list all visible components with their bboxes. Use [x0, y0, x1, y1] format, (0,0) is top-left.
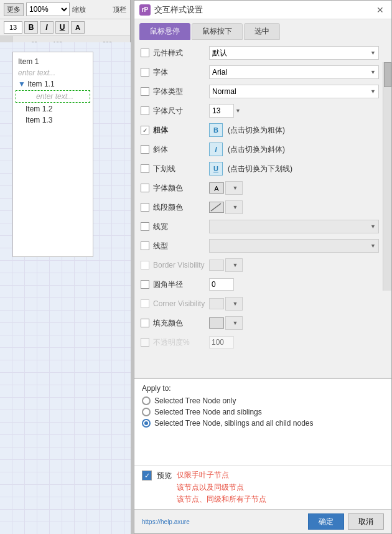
dialog-content: 元件样式 默认 ▼ 字体 Arial ▼	[134, 40, 391, 378]
label-corner-radius: 圆角半径	[153, 279, 209, 290]
tree-item-item1-1[interactable]: ▼ Item 1.1	[13, 78, 93, 90]
preview-checkbox[interactable]: ✓	[142, 471, 152, 480]
select-font-type[interactable]: Normal ▼	[209, 85, 379, 98]
border-visibility-select[interactable]: ▼	[225, 258, 243, 272]
checkbox-opacity[interactable]	[141, 338, 149, 347]
zoom-select[interactable]: 100%	[26, 2, 70, 16]
value-line-color: ▼	[209, 200, 379, 214]
italic-click-text: (点击切换为斜体)	[228, 144, 285, 155]
checkbox-border-visibility[interactable]	[141, 261, 149, 269]
corner-radius-input[interactable]	[209, 278, 234, 291]
underline-click-text: (点击切换为下划线)	[228, 164, 292, 174]
preview-label: 预览	[157, 471, 172, 481]
chevron-down-icon: ▼	[233, 204, 238, 210]
close-button[interactable]: ✕	[374, 4, 386, 16]
value-border-visibility: ▼	[209, 258, 379, 272]
ok-button[interactable]: 确定	[308, 513, 344, 530]
value-font-family: Arial ▼	[209, 65, 379, 79]
prop-border-visibility: Border Visibility ▼	[141, 257, 379, 273]
url-text: https://help.axure	[142, 518, 304, 525]
checkbox-bold[interactable]	[141, 126, 149, 134]
opacity-input[interactable]	[209, 336, 234, 349]
font-size-input[interactable]	[4, 21, 22, 34]
label-italic: 斜体	[153, 144, 209, 155]
checkbox-font-type[interactable]	[141, 87, 149, 96]
tab-hover[interactable]: 鼠标悬停	[139, 23, 190, 40]
prop-line-style: 线型 ▼	[141, 238, 379, 254]
tree-item-item1[interactable]: Item 1	[13, 52, 93, 67]
label-opacity: 不透明度%	[153, 337, 209, 348]
dialog: rP 交互样式设置 ✕ 鼠标悬停 鼠标按下 选中 元件样式 默认 ▼	[134, 0, 392, 534]
tree-item-item1-3[interactable]: Item 1.3	[13, 115, 93, 126]
format-row: B I U A	[0, 19, 130, 36]
checkbox-line-width[interactable]	[141, 222, 149, 231]
tree-item-item1-2[interactable]: Item 1.2	[13, 103, 93, 115]
label-element-style: 元件样式	[153, 48, 209, 59]
checkbox-underline[interactable]	[141, 164, 149, 173]
cancel-button[interactable]: 取消	[348, 513, 384, 530]
select-font-family[interactable]: Arial ▼	[209, 65, 379, 79]
bottom-bar: https://help.axure 确定 取消	[134, 509, 391, 533]
chevron-down-icon: ▼	[370, 88, 376, 95]
italic-toggle-button[interactable]: I	[209, 143, 223, 156]
checkbox-font-color[interactable]	[141, 184, 149, 192]
label-fill-color: 填充颜色	[153, 318, 209, 329]
chevron-down-icon: ▼	[370, 50, 376, 56]
value-element-style: 默认 ▼	[209, 46, 379, 60]
line-color-select[interactable]: ▼	[225, 200, 243, 214]
prop-font-type: 字体类型 Normal ▼	[141, 83, 379, 100]
checkbox-line-style[interactable]	[141, 241, 149, 250]
underline-button[interactable]: U	[55, 21, 69, 34]
value-font-color: A ▼	[209, 181, 379, 195]
dialog-titlebar: rP 交互样式设置 ✕	[134, 1, 391, 19]
radio-selected-siblings[interactable]	[142, 408, 151, 416]
checkbox-line-color[interactable]	[141, 203, 149, 212]
prop-font-color: 字体颜色 A ▼	[141, 180, 379, 196]
checkbox-corner-radius[interactable]	[141, 280, 149, 289]
fill-color-select[interactable]: ▼	[225, 316, 243, 330]
scrollbar-thumb[interactable]	[384, 62, 391, 87]
tab-click[interactable]: 鼠标按下	[192, 23, 243, 40]
prop-font-size: 字体尺寸 13 ▼	[141, 103, 379, 119]
chevron-down-icon: ▼	[370, 223, 376, 230]
label-font-type: 字体类型	[153, 87, 209, 97]
checkbox-fill-color[interactable]	[141, 319, 149, 327]
top-label: 顶栏	[113, 5, 126, 14]
corner-visibility-select[interactable]: ▼	[225, 297, 243, 311]
red-text-line-1: 仅限手叶子节点	[177, 469, 266, 481]
label-corner-visibility: Corner Visibility	[153, 299, 209, 308]
font-color-select[interactable]: ▼	[225, 181, 243, 195]
checkbox-corner-visibility[interactable]	[141, 299, 149, 308]
left-panel: 更多 100% 缩放 顶栏 B I U A 60 100 200 Item 1 …	[0, 0, 131, 534]
checkbox-font-family[interactable]	[141, 68, 149, 77]
prop-corner-visibility: Corner Visibility ▼	[141, 296, 379, 312]
label-underline: 下划线	[153, 164, 209, 174]
tabs-row: 鼠标悬停 鼠标按下 选中	[134, 19, 391, 40]
radio-selected-only[interactable]	[142, 396, 151, 405]
more-button[interactable]: 更多	[4, 3, 24, 16]
select-element-style[interactable]: 默认 ▼	[209, 46, 379, 60]
checkbox-font-size[interactable]	[141, 106, 149, 115]
prop-line-width: 线宽 ▼	[141, 218, 379, 235]
prop-opacity: 不透明度%	[141, 334, 379, 350]
font-color-button[interactable]: A	[71, 21, 85, 34]
bold-button[interactable]: B	[24, 21, 38, 34]
select-line-style[interactable]: ▼	[209, 239, 379, 253]
radio-label-selected-all: Selected Tree Node, siblings and all chi…	[154, 419, 314, 428]
fill-color-swatch[interactable]	[209, 317, 224, 329]
radio-row-selected-siblings: Selected Tree Node and siblings	[142, 408, 384, 416]
checkbox-italic[interactable]	[141, 145, 149, 154]
radio-selected-all[interactable]	[142, 419, 151, 428]
tree-item-item1-1-text[interactable]: enter text...	[16, 90, 90, 103]
line-color-swatch[interactable]	[209, 202, 224, 213]
underline-toggle-button[interactable]: U	[209, 162, 223, 176]
italic-button[interactable]: I	[40, 21, 54, 34]
value-font-type: Normal ▼	[209, 85, 379, 98]
tree-item-item1-text[interactable]: enter text...	[13, 67, 93, 78]
tab-select[interactable]: 选中	[244, 23, 280, 40]
font-color-swatch[interactable]: A	[209, 182, 224, 194]
bold-toggle-button[interactable]: B	[209, 123, 223, 137]
checkbox-element-style[interactable]	[141, 49, 149, 57]
select-line-width[interactable]: ▼	[209, 220, 379, 233]
chevron-down-icon: ▼	[233, 301, 238, 307]
